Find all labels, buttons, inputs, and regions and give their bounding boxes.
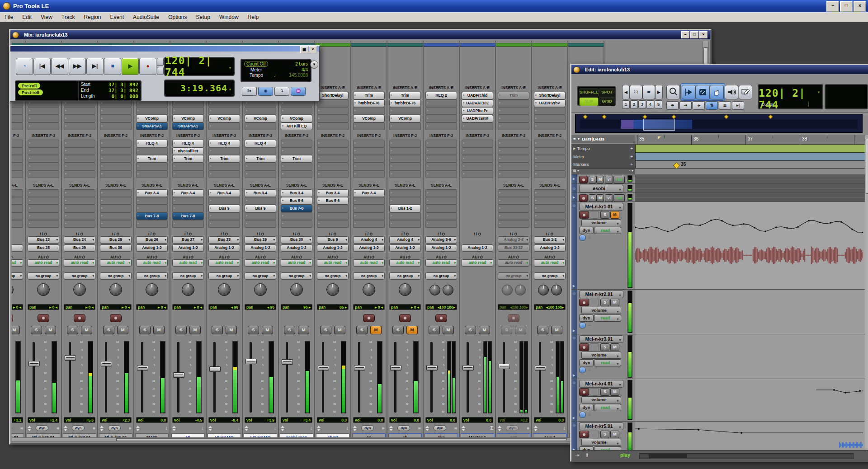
edit-link-button-1[interactable]: ⇥: [679, 101, 692, 110]
fader-handle[interactable]: [390, 365, 401, 371]
send-button[interactable]: Bus 3-4: [208, 189, 240, 197]
solo-button[interactable]: S: [356, 326, 368, 334]
pan-knob[interactable]: [429, 285, 440, 295]
insert-slot[interactable]: [28, 115, 59, 122]
zoomer-tool-icon[interactable]: [666, 85, 680, 99]
app-minimize-button[interactable]: –: [826, 1, 839, 12]
output-selector[interactable]: Analog 1-2◦: [317, 244, 349, 252]
send-slot[interactable]: [425, 197, 457, 205]
ruler-lane-meter[interactable]: Meter+: [571, 152, 635, 161]
edit-titlebar[interactable]: Edit: iarufanclub13: [571, 65, 868, 74]
transport-close-icon[interactable]: ×: [309, 46, 317, 53]
output-selector[interactable]: Analog 1-2◦: [136, 244, 168, 252]
insert-slot[interactable]: [534, 147, 566, 155]
edit-link-button-0[interactable]: ⇹: [666, 101, 679, 110]
menu-item-window[interactable]: Window: [215, 14, 243, 20]
input-selector[interactable]: Analog 4▾: [389, 236, 421, 244]
send-slot[interactable]: [100, 220, 132, 228]
timebase-icon[interactable]: [579, 412, 586, 418]
insert-slot[interactable]: [100, 115, 132, 122]
insert-slot[interactable]: [425, 170, 457, 178]
send-slot[interactable]: [534, 220, 566, 228]
insert-slot[interactable]: [208, 122, 240, 130]
send-slot[interactable]: [389, 189, 421, 197]
insert-slot[interactable]: [245, 147, 276, 155]
input-selector[interactable]: Bus 27▾: [172, 236, 204, 244]
group-selector[interactable]: no group▾: [64, 272, 95, 280]
insert-button[interactable]: VComp: [389, 115, 421, 122]
fader-track[interactable]: [430, 342, 433, 413]
group-selector[interactable]: no group▾: [245, 272, 276, 280]
fader-handle[interactable]: [426, 365, 438, 371]
mute-button[interactable]: M: [81, 326, 92, 334]
zoom-preset-3[interactable]: 3: [638, 100, 646, 109]
output-selector[interactable]: Analog 1-2◦: [534, 244, 566, 252]
insert-slot[interactable]: [64, 122, 95, 130]
track-collapse-column[interactable]: ◎▶: [571, 202, 578, 289]
insert-slot[interactable]: [425, 140, 457, 147]
send-slot[interactable]: [12, 197, 23, 205]
insert-slot[interactable]: [317, 115, 349, 122]
send-button[interactable]: Bus 9: [245, 205, 276, 212]
insert-slot[interactable]: [389, 170, 421, 178]
solo-button[interactable]: S: [284, 326, 295, 334]
send-slot[interactable]: [425, 189, 457, 197]
send-slot[interactable]: [353, 205, 385, 212]
send-slot[interactable]: [12, 212, 23, 220]
insert-slot[interactable]: [245, 163, 276, 170]
insert-button[interactable]: Trim: [136, 155, 168, 163]
zoom-preset-1[interactable]: 1: [622, 100, 630, 109]
pre-roll-button[interactable]: Pre-roll: [18, 83, 40, 89]
insert-button[interactable]: REQ 2: [425, 92, 457, 99]
group-selector[interactable]: no group▾: [12, 272, 23, 280]
insert-slot[interactable]: [100, 170, 132, 178]
track-name[interactable]: Mel-n-kr4.01▼: [579, 380, 623, 388]
pan-display[interactable]: pan◂ 96: [245, 304, 276, 310]
automation-button[interactable]: red: [613, 194, 625, 202]
fader-handle[interactable]: [535, 365, 546, 371]
insert-slot[interactable]: [136, 163, 168, 170]
insert-slot[interactable]: [172, 170, 204, 178]
insert-slot[interactable]: [100, 122, 132, 130]
solo-button[interactable]: S: [392, 326, 404, 334]
dyn-button[interactable]: dyn: [12, 425, 12, 431]
end-value[interactable]: 37| 3| 892: [108, 88, 138, 94]
send-slot[interactable]: [64, 189, 95, 197]
insert-slot[interactable]: [534, 107, 566, 115]
automation-mode[interactable]: auto read▾: [281, 259, 312, 267]
go-to-end-button[interactable]: ▶|: [86, 58, 104, 75]
insert-slot[interactable]: [498, 155, 529, 163]
insert-button[interactable]: VComp: [172, 115, 204, 122]
meter-label[interactable]: Meter: [244, 67, 262, 72]
insert-slot[interactable]: [498, 122, 529, 130]
automation-mode[interactable]: read▼: [594, 227, 621, 234]
insert-slot[interactable]: [462, 155, 493, 163]
insert-button[interactable]: REQ 4: [172, 140, 204, 147]
menu-item-file[interactable]: File: [0, 14, 18, 20]
send-slot[interactable]: [64, 220, 95, 228]
record-arm-button[interactable]: [508, 314, 519, 322]
menu-item-options[interactable]: Options: [164, 14, 191, 20]
timebase-icon[interactable]: [579, 234, 586, 241]
input-selector[interactable]: Bus 23▾: [28, 236, 59, 244]
send-slot[interactable]: [245, 220, 276, 228]
automation-mode[interactable]: read▼: [594, 359, 621, 366]
menu-item-edit[interactable]: Edit: [18, 14, 36, 20]
input-selector[interactable]: Analog 4▾: [353, 236, 385, 244]
insert-slot[interactable]: [208, 147, 240, 155]
insert-slot[interactable]: [425, 155, 457, 163]
pan-knob[interactable]: [146, 283, 158, 296]
insert-slot[interactable]: [534, 163, 566, 170]
fader-track[interactable]: [69, 342, 71, 413]
dyn-button[interactable]: dyn: [361, 425, 374, 431]
timeline-lane-asobi[interactable]: [635, 184, 865, 193]
insert-button[interactable]: REQ 4: [245, 140, 276, 147]
menu-item-audiosuite[interactable]: AudioSuite: [128, 14, 164, 20]
mute-button[interactable]: M: [596, 194, 604, 202]
insert-slot[interactable]: [425, 115, 457, 122]
volume-display[interactable]: vol+3.1: [12, 417, 23, 423]
fader-track[interactable]: [394, 342, 396, 413]
track-collapse-column[interactable]: ◎: [571, 184, 578, 192]
fader-track[interactable]: [539, 342, 541, 413]
send-slot[interactable]: [100, 189, 132, 197]
